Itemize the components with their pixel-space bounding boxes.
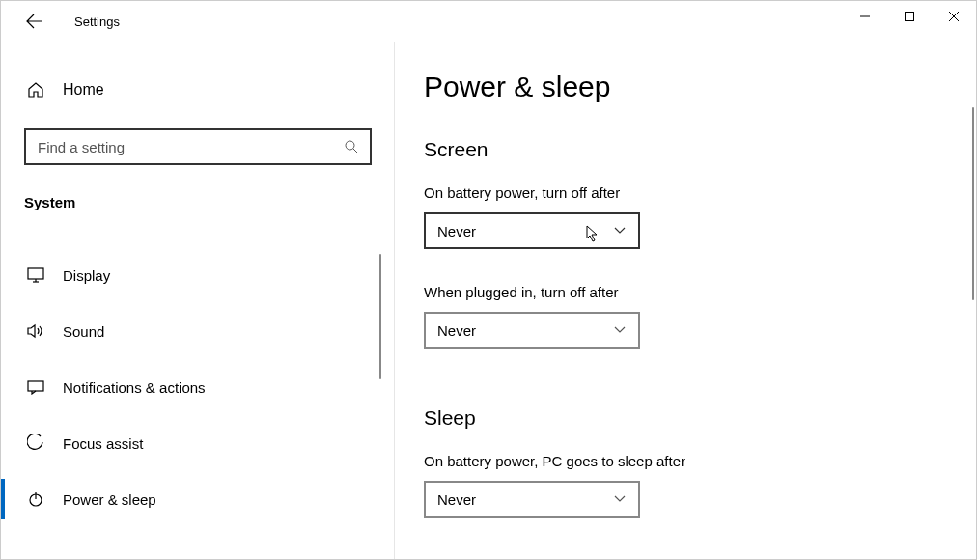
svg-point-4: [346, 141, 354, 150]
home-label: Home: [63, 81, 104, 98]
minimize-icon: [859, 11, 871, 22]
chevron-down-icon: [613, 323, 627, 337]
chevron-down-icon: [613, 224, 627, 238]
dropdown-value: Never: [437, 322, 476, 339]
content-scrollbar[interactable]: [972, 107, 974, 300]
sidebar-item-label: Sound: [63, 323, 104, 340]
search-container: [24, 128, 372, 165]
sidebar-item-label: Focus assist: [63, 435, 143, 452]
notifications-icon: [26, 378, 45, 397]
svg-rect-9: [28, 381, 43, 391]
sidebar-nav-list: Display Sound: [1, 247, 395, 527]
search-field-wrap[interactable]: [24, 128, 372, 165]
sidebar-item-notifications[interactable]: Notifications & actions: [1, 359, 395, 415]
sidebar-item-label: Display: [63, 267, 110, 284]
sidebar-scroll-indicator: [379, 254, 381, 379]
sound-icon: [26, 322, 45, 341]
svg-rect-6: [28, 268, 43, 279]
section-title-sleep: Sleep: [424, 406, 976, 430]
sidebar-item-power-sleep[interactable]: Power & sleep: [1, 471, 395, 527]
section-sleep: Sleep On battery power, PC goes to sleep…: [424, 406, 976, 518]
cursor-icon: [586, 225, 600, 242]
dropdown-value: Never: [437, 223, 476, 239]
dropdown-sleep-battery[interactable]: Never: [424, 481, 640, 518]
search-icon: [343, 138, 360, 155]
page-title: Power & sleep: [424, 70, 976, 103]
app-title: Settings: [74, 14, 120, 29]
setting-label: On battery power, turn off after: [424, 184, 976, 201]
maximize-button[interactable]: [887, 1, 932, 32]
titlebar: Settings: [1, 1, 976, 42]
sidebar-home[interactable]: Home: [1, 69, 395, 111]
sidebar-item-display[interactable]: Display: [1, 247, 395, 303]
sidebar-item-focus-assist[interactable]: Focus assist: [1, 415, 395, 471]
focus-assist-icon: [26, 434, 45, 453]
sidebar: Home System: [1, 42, 395, 559]
setting-label: On battery power, PC goes to sleep after: [424, 453, 976, 469]
chevron-down-icon: [613, 492, 627, 506]
sidebar-category: System: [24, 194, 395, 210]
content-area: Power & sleep Screen On battery power, t…: [395, 42, 976, 559]
setting-screen-plugged: When plugged in, turn off after Never: [424, 284, 976, 349]
maximize-icon: [904, 11, 915, 22]
sidebar-item-label: Notifications & actions: [63, 379, 206, 396]
setting-sleep-battery: On battery power, PC goes to sleep after…: [424, 453, 976, 518]
search-input[interactable]: [38, 139, 343, 155]
setting-screen-battery: On battery power, turn off after Never: [424, 184, 976, 249]
power-icon: [26, 490, 45, 509]
sidebar-item-label: Power & sleep: [63, 491, 156, 508]
back-arrow-icon: [25, 13, 42, 30]
back-button[interactable]: [18, 6, 49, 37]
minimize-button[interactable]: [843, 1, 887, 32]
dropdown-value: Never: [437, 491, 476, 508]
close-button[interactable]: [932, 1, 976, 32]
dropdown-screen-battery[interactable]: Never: [424, 212, 640, 249]
svg-line-5: [353, 149, 357, 153]
window-controls: [843, 1, 976, 32]
dropdown-screen-plugged[interactable]: Never: [424, 312, 640, 349]
setting-label: When plugged in, turn off after: [424, 284, 976, 300]
close-icon: [948, 11, 960, 22]
display-icon: [26, 266, 45, 285]
section-title-screen: Screen: [424, 138, 976, 161]
sidebar-item-sound[interactable]: Sound: [1, 303, 395, 359]
svg-rect-1: [906, 13, 914, 21]
home-icon: [26, 80, 45, 99]
